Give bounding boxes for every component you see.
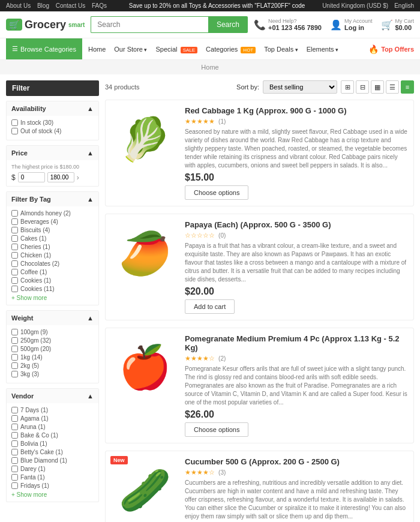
logo-smart: smart (68, 22, 85, 28)
top-offers-link[interactable]: 🔥 Top Offers (368, 44, 414, 54)
weight-header[interactable]: Weight ▲ (7, 311, 98, 325)
nav-our-store[interactable]: Our Store (114, 46, 147, 53)
search-button[interactable]: Search (208, 16, 248, 33)
nav-home[interactable]: Home (88, 46, 106, 53)
review-count: (2) (218, 355, 226, 362)
tag-item[interactable]: Cookies (1) (11, 277, 94, 284)
review-count: (1) (218, 118, 226, 125)
product-emoji: 🥬 (119, 106, 171, 172)
tag-item[interactable]: Chicken (1) (11, 252, 94, 259)
about-us-link[interactable]: About Us (6, 2, 31, 9)
phone-icon: 📞 (254, 19, 266, 31)
product-desc: Papaya is a fruit that has a vibrant col… (185, 242, 407, 284)
tag-item[interactable]: Beverages (4) (11, 218, 94, 225)
account-action[interactable]: 👤 My Account Log in (330, 18, 373, 31)
tag-toggle: ▲ (87, 196, 94, 203)
breadcrumb: Home (0, 60, 420, 74)
view-grid-3[interactable]: ⊟ (356, 80, 369, 94)
price-toggle: ▲ (87, 149, 94, 157)
sort-select[interactable]: Best sellingPrice: Low to HighPrice: Hig… (263, 80, 337, 94)
tag-header[interactable]: Filter By Tag ▲ (7, 192, 98, 206)
weight-item[interactable]: 1kg (14) (11, 354, 94, 361)
price-body: The highest price is $180.00 $ › (7, 160, 98, 186)
vendor-section: Vendor ▲ 7 Days (1) Agama (1) Aruna (1) … (6, 388, 99, 502)
blog-link[interactable]: Blog (37, 2, 49, 9)
vendor-item[interactable]: Bake & Co (1) (11, 432, 94, 439)
product-title: Red Cabbage 1 Kg (Approx. 900 G - 1000 G… (185, 106, 407, 115)
vendor-item[interactable]: Blue Diamond (1) (11, 457, 94, 464)
product-title: Cucumber 500 G (Approx. 200 G - 2500 G) (185, 457, 407, 466)
logo[interactable]: 🛒 Grocerysmart (6, 19, 85, 31)
price-max-input[interactable] (47, 172, 74, 182)
add-to-cart-btn[interactable]: Add to cart (185, 299, 235, 314)
view-list-active[interactable]: ≡ (401, 80, 414, 94)
choose-options-btn[interactable]: Choose options (185, 185, 248, 200)
tag-body: Almonds honey (2) Beverages (4) Biscuits… (7, 206, 98, 305)
weight-item[interactable]: 100gm (9) (11, 329, 94, 335)
weight-item[interactable]: 500gm (20) (11, 346, 94, 352)
vendor-item[interactable]: Agama (1) (11, 415, 94, 422)
review-count: (3) (218, 469, 226, 476)
lang-selector[interactable]: English (394, 2, 414, 9)
sort-label: Sort by: (236, 83, 259, 91)
vendor-item[interactable]: Darey (1) (11, 466, 94, 472)
nav-elements[interactable]: Elements (307, 46, 338, 53)
product-price: $26.00 (185, 409, 407, 420)
tag-item[interactable]: Coffee (1) (11, 269, 94, 275)
out-of-stock-option[interactable]: Out of stock (4) (11, 128, 94, 134)
nav-special[interactable]: Special SALE (155, 46, 197, 53)
in-stock-option[interactable]: In stock (30) (11, 119, 94, 126)
tag-item[interactable]: Almonds honey (2) (11, 210, 94, 217)
vendor-body: 7 Days (1) Agama (1) Aruna (1) Bake & Co… (7, 403, 98, 502)
weight-item[interactable]: 3kg (3) (11, 371, 94, 377)
tag-item[interactable]: Chocolates (2) (11, 260, 94, 267)
vendor-item[interactable]: 7 Days (1) (11, 407, 94, 413)
main-content: Filter Availability ▲ In stock (30) Out … (0, 74, 420, 522)
choose-options-btn[interactable]: Choose options (185, 422, 248, 437)
tag-section: Filter By Tag ▲ Almonds honey (2) Bevera… (6, 191, 99, 305)
nav-top-deals[interactable]: Top Deals (264, 46, 298, 53)
product-info: Pomegranate Medium Premium 4 Pc (Approx … (185, 334, 407, 437)
sort-area: Sort by: Best sellingPrice: Low to HighP… (236, 80, 414, 94)
weight-item[interactable]: 250gm (32) (11, 337, 94, 344)
tag-item[interactable]: Cheries (1) (11, 244, 94, 250)
price-note: The highest price is $180.00 (11, 164, 94, 170)
tag-item[interactable]: Cookies (11) (11, 286, 94, 292)
vendor-item[interactable]: Aruna (1) (11, 424, 94, 430)
view-grid-4[interactable]: ▦ (371, 80, 384, 94)
products-count: 34 products (105, 83, 139, 91)
vendor-item[interactable]: Fridays (1) (11, 482, 94, 489)
vendor-header[interactable]: Vendor ▲ (7, 389, 98, 403)
availability-section: Availability ▲ In stock (30) Out of stoc… (6, 101, 99, 140)
nav-categories[interactable]: Categories HOT (206, 46, 256, 53)
tag-item[interactable]: Biscuits (4) (11, 227, 94, 233)
vendor-item[interactable]: Bolivia (1) (11, 440, 94, 447)
price-header[interactable]: Price ▲ (7, 146, 98, 160)
browse-categories-btn[interactable]: ☰ Browse Categories (6, 38, 82, 59)
vendor-show-more[interactable]: + Show more (11, 491, 94, 498)
currency-symbol: $ (11, 173, 16, 182)
product-title: Papaya (Each) (Approx. 500 G - 3500 G) (185, 220, 407, 229)
cart-action[interactable]: 🛒 My Cart $0.00 (381, 18, 415, 31)
availability-header[interactable]: Availability ▲ (7, 101, 98, 116)
price-min-input[interactable] (18, 172, 45, 182)
vendor-item[interactable]: Fanta (1) (11, 474, 94, 481)
tag-item[interactable]: Cakes (1) (11, 235, 94, 242)
tag-show-more[interactable]: + Show more (11, 295, 94, 301)
price-apply[interactable]: › (77, 173, 79, 182)
account-login[interactable]: Log in (344, 24, 373, 31)
phone-number: +01 123 456 7890 (268, 24, 322, 31)
weight-item[interactable]: 2kg (5) (11, 362, 94, 369)
topbar-right: United Kingdom (USD $) English (322, 2, 414, 9)
faqs-link[interactable]: FAQs (92, 2, 107, 9)
contact-link[interactable]: Contact Us (56, 2, 85, 9)
search-input[interactable] (91, 16, 208, 33)
product-emoji: 🍎 (119, 334, 171, 400)
region-selector[interactable]: United Kingdom (USD $) (322, 2, 388, 9)
in-stock-checkbox[interactable] (11, 119, 18, 126)
out-of-stock-checkbox[interactable] (11, 128, 18, 134)
view-grid-2[interactable]: ⊞ (341, 80, 354, 94)
vendor-item[interactable]: Betty's Cake (1) (11, 449, 94, 455)
view-list[interactable]: ☰ (386, 80, 399, 94)
header-right: 📞 Need Help? +01 123 456 7890 👤 My Accou… (254, 18, 414, 31)
